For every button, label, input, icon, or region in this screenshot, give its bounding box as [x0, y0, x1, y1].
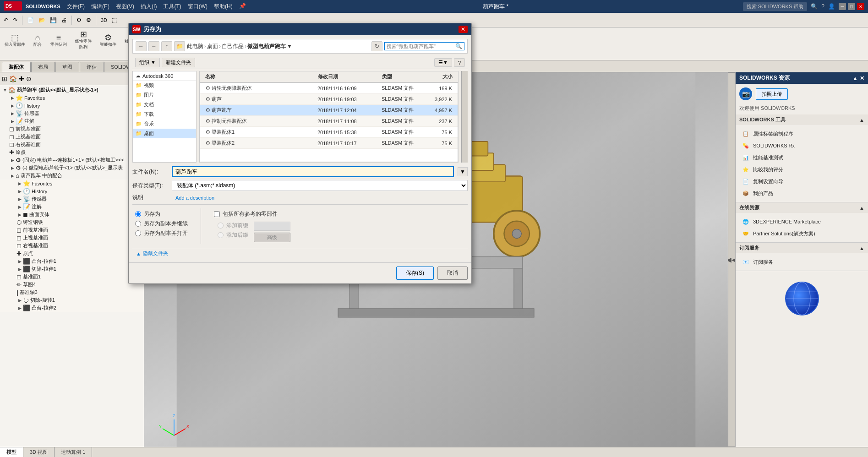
col-date[interactable]: 修改日期: [314, 72, 378, 81]
file-name-1: ⚙ 葫芦: [202, 95, 314, 103]
documents-icon: 📁: [136, 102, 142, 108]
dialog-close-btn[interactable]: ✕: [459, 26, 468, 33]
nav-refresh-btn[interactable]: ↻: [371, 41, 382, 51]
help-btn[interactable]: ?: [454, 58, 465, 67]
file-list-scrollbar[interactable]: [461, 71, 468, 163]
prefix-input[interactable]: [254, 222, 290, 231]
col-type[interactable]: 类型: [378, 72, 424, 81]
breadcrumb-desktop[interactable]: 桌面: [207, 43, 218, 50]
breadcrumb-folder[interactable]: 微型电葫芦跑车: [247, 43, 286, 50]
file-type-3: SLDASM 文件: [378, 117, 424, 125]
file-type-2: SLDASM 文件: [378, 106, 424, 114]
search-icon[interactable]: 🔍: [455, 43, 462, 49]
sidebar-music[interactable]: 📁 音乐: [133, 119, 196, 129]
description-hint[interactable]: Add a description: [172, 195, 218, 201]
file-date-2: 2018/11/17 12:04: [314, 107, 378, 114]
file-icon-0: ⚙: [206, 85, 210, 91]
file-type-1: SLDASM 文件: [378, 95, 424, 103]
view-mode-btn[interactable]: ☰▼: [434, 58, 452, 67]
radio-saveas[interactable]: 另存为: [135, 210, 188, 218]
description-label: 说明: [132, 194, 169, 201]
file-name-5: ⚙ 梁装配体2: [202, 139, 314, 147]
file-type-4: SLDASM 文件: [378, 128, 424, 136]
file-type-5: SLDASM 文件: [378, 139, 424, 147]
file-name-3: ⚙ 控制元件装配体: [202, 117, 314, 125]
radio-saveas-copy-open[interactable]: 另存为副本并打开: [135, 229, 188, 237]
downloads-icon: 📁: [136, 111, 142, 117]
col-name[interactable]: 名称: [202, 72, 314, 81]
include-refs-input[interactable]: [214, 211, 220, 217]
file-size-5: 75 K: [424, 140, 456, 147]
filename-label: 文件名(N):: [132, 168, 169, 176]
savetype-row: 保存类型(T): 装配体 (*.asm;*.sldasm): [132, 180, 468, 191]
radio-saveas-copy-continue[interactable]: 另存为副本并继续: [135, 220, 188, 228]
file-size-4: 75 K: [424, 129, 456, 136]
savetype-label: 保存类型(T):: [132, 182, 169, 190]
save-button[interactable]: 保存(S): [396, 267, 434, 280]
breadcrumb-sep2: ›: [219, 43, 221, 49]
nav-up-btn[interactable]: ↑: [161, 41, 172, 51]
file-name-4: ⚙ 梁装配体1: [202, 128, 314, 136]
sidebar-pictures[interactable]: 📁 图片: [133, 90, 196, 100]
include-refs-group: 包括所有参考的零部件 添加前缀 添加后缀: [214, 208, 290, 244]
prefix-suffix-group: 添加前缀 添加后缀: [218, 222, 248, 242]
sidebar-desktop[interactable]: 📁 桌面: [133, 129, 196, 138]
breadcrumb-mywork[interactable]: 自己作品: [222, 43, 244, 50]
dialog-buttons: 保存(S) 取消: [129, 262, 471, 283]
file-size-0: 169 K: [424, 85, 456, 92]
filename-input[interactable]: [172, 166, 454, 177]
advanced-btn[interactable]: 高级: [254, 233, 290, 242]
filename-dropdown-icon[interactable]: ▼: [458, 167, 468, 176]
file-icon-3: ⚙: [206, 118, 210, 124]
file-list-header: 名称 修改日期 类型 大小: [200, 71, 458, 82]
new-folder-btn[interactable]: 新建文件夹: [162, 58, 195, 67]
sidebar-downloads[interactable]: 📁 下载: [133, 109, 196, 119]
radio-add-prefix[interactable]: 添加前缀: [218, 222, 248, 229]
radio-saveas-input[interactable]: [135, 211, 141, 217]
sidebar-documents[interactable]: 📁 文档: [133, 100, 196, 109]
organize-btn[interactable]: 组织 ▼: [135, 58, 160, 67]
file-row-0[interactable]: ⚙ 齿轮无侧障装配体 2018/11/16 16:09 SLDASM 文件 16…: [200, 83, 458, 94]
search-input[interactable]: [387, 44, 455, 49]
save-mode-group: 另存为 另存为副本并继续 另存为副本并打开: [135, 208, 188, 244]
nav-back-btn[interactable]: ←: [136, 41, 147, 51]
file-toolbar: 组织 ▼ 新建文件夹 ☰▼ ?: [132, 56, 468, 69]
breadcrumb-sep1: ›: [204, 43, 206, 49]
videos-icon: 📁: [136, 82, 142, 88]
col-size[interactable]: 大小: [424, 72, 456, 81]
radio-copy-open-input[interactable]: [135, 230, 141, 236]
radio-add-suffix[interactable]: 添加后缀: [218, 231, 248, 239]
file-name-2: ⚙ 葫芦跑车: [202, 106, 314, 114]
dialog-title: 另存为: [143, 25, 161, 33]
file-size-2: 4,957 K: [424, 107, 456, 114]
radio-suffix-input[interactable]: [218, 232, 224, 238]
file-list: ⚙ 齿轮无侧障装配体 2018/11/16 16:09 SLDASM 文件 16…: [200, 82, 458, 162]
collapse-label: 隐藏文件夹: [143, 250, 168, 257]
checkbox-include-refs[interactable]: 包括所有参考的零部件: [214, 210, 290, 218]
search-box: 🔍: [384, 42, 464, 50]
file-date-5: 2018/11/17 10:17: [314, 140, 378, 147]
file-type-0: SLDASM 文件: [378, 84, 424, 92]
file-row-3[interactable]: ⚙ 控制元件装配体 2018/11/17 11:08 SLDASM 文件 237…: [200, 116, 458, 127]
nav-recent-btn[interactable]: 📁: [174, 41, 185, 51]
desktop-icon: 📁: [136, 131, 142, 136]
collapse-folder-btn[interactable]: ▲ 隐藏文件夹: [132, 248, 468, 259]
file-row-4[interactable]: ⚙ 梁装配体1 2018/11/15 15:38 SLDASM 文件 75 K: [200, 127, 458, 138]
nav-forward-btn[interactable]: →: [148, 41, 159, 51]
file-row-5[interactable]: ⚙ 梁装配体2 2018/11/17 10:17 SLDASM 文件 75 K: [200, 138, 458, 149]
file-name-0: ⚙ 齿轮无侧障装配体: [202, 84, 314, 92]
save-options: 另存为 另存为副本并继续 另存为副本并打开 包括所有参考的零部件: [132, 204, 468, 248]
file-row-1[interactable]: ⚙ 葫芦 2018/11/16 19:03 SLDASM 文件 3,922 K: [200, 94, 458, 105]
autodesk360-icon: ☁: [136, 73, 141, 79]
breadcrumb-pc[interactable]: 此电脑: [187, 43, 203, 50]
sidebar-videos[interactable]: 📁 视频: [133, 81, 196, 90]
savetype-select[interactable]: 装配体 (*.asm;*.sldasm): [172, 180, 468, 191]
breadcrumb-dropdown-icon[interactable]: ▼: [287, 43, 292, 49]
radio-copy-continue-input[interactable]: [135, 221, 141, 227]
file-date-1: 2018/11/16 19:03: [314, 96, 378, 103]
radio-prefix-input[interactable]: [218, 223, 224, 228]
file-row-2[interactable]: ⚙ 葫芦跑车 2018/11/17 12:04 SLDASM 文件 4,957 …: [200, 105, 458, 116]
sidebar-autodesk360[interactable]: ☁ Autodesk 360: [133, 71, 196, 80]
cancel-button[interactable]: 取消: [437, 267, 468, 280]
breadcrumb-sep3: ›: [245, 43, 246, 49]
